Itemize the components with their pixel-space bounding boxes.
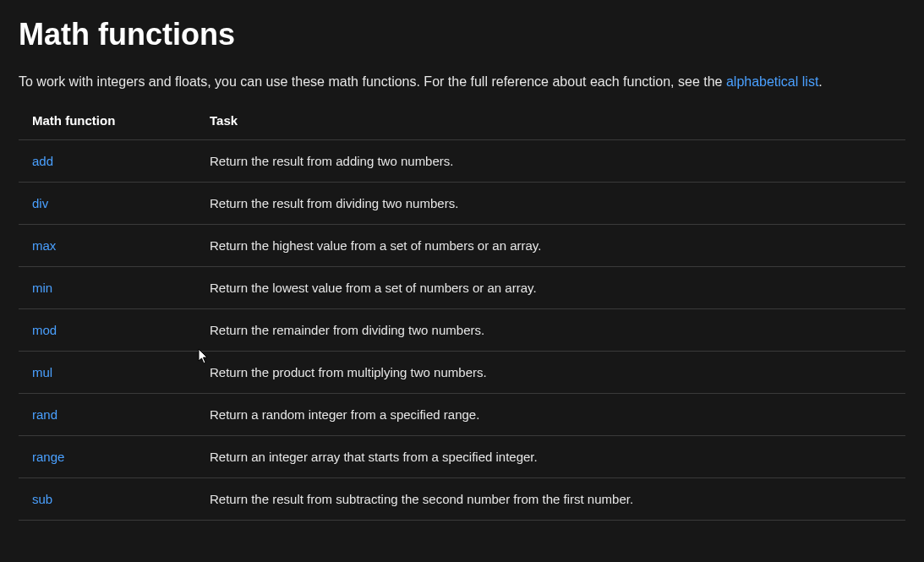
table-row: rand Return a random integer from a spec… <box>19 393 905 435</box>
intro-text-suffix: . <box>818 74 822 89</box>
func-task: Return the result from subtracting the s… <box>196 477 905 520</box>
col-header-function: Math function <box>19 101 196 140</box>
func-task: Return the result from dividing two numb… <box>196 182 905 224</box>
intro-text-prefix: To work with integers and floats, you ca… <box>19 74 726 89</box>
func-link-min[interactable]: min <box>32 281 52 295</box>
page-title: Math functions <box>19 17 905 52</box>
table-row: mul Return the product from multiplying … <box>19 351 905 393</box>
col-header-task: Task <box>196 101 905 140</box>
func-task: Return an integer array that starts from… <box>196 435 905 477</box>
table-row: min Return the lowest value from a set o… <box>19 266 905 308</box>
table-row: mod Return the remainder from dividing t… <box>19 308 905 351</box>
func-task: Return the lowest value from a set of nu… <box>196 266 905 308</box>
func-task: Return the highest value from a set of n… <box>196 224 905 266</box>
table-row: max Return the highest value from a set … <box>19 224 905 266</box>
func-link-mul[interactable]: mul <box>32 365 52 379</box>
math-functions-table: Math function Task add Return the result… <box>19 101 905 521</box>
func-link-rand[interactable]: rand <box>32 407 57 422</box>
func-link-sub[interactable]: sub <box>32 492 52 506</box>
func-link-add[interactable]: add <box>32 154 53 168</box>
intro-paragraph: To work with integers and floats, you ca… <box>19 71 905 93</box>
func-task: Return the result from adding two number… <box>196 139 905 182</box>
table-header-row: Math function Task <box>19 101 905 140</box>
func-task: Return the remainder from dividing two n… <box>196 308 905 351</box>
func-task: Return the product from multiplying two … <box>196 351 905 393</box>
table-row: sub Return the result from subtracting t… <box>19 477 905 520</box>
alphabetical-list-link[interactable]: alphabetical list <box>726 74 818 89</box>
func-link-div[interactable]: div <box>32 196 48 210</box>
func-link-mod[interactable]: mod <box>32 323 57 337</box>
table-row: add Return the result from adding two nu… <box>19 139 905 182</box>
func-link-range[interactable]: range <box>32 450 64 464</box>
func-task: Return a random integer from a specified… <box>196 393 905 435</box>
table-row: div Return the result from dividing two … <box>19 182 905 224</box>
func-link-max[interactable]: max <box>32 238 56 253</box>
table-row: range Return an integer array that start… <box>19 435 905 477</box>
